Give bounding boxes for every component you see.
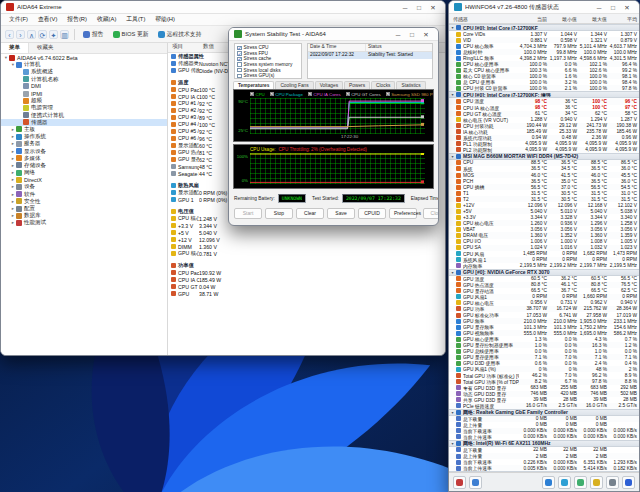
tree-item[interactable]: ▾AIDA64 v6.74.6022 Beta <box>1 54 167 61</box>
aida64-maximize-button[interactable]: □ <box>412 2 426 13</box>
tree-item[interactable]: 传感器 <box>1 119 167 126</box>
hwinfo-sensor-row[interactable]: MOS46.0 °C41.5 °C46.0 °C45.5 °C <box>449 172 639 178</box>
hwinfo-maximize-button[interactable]: □ <box>606 2 620 13</box>
tree-item[interactable]: DMI <box>1 83 167 90</box>
bios-update-button[interactable]: BIOS 更新 <box>110 29 152 40</box>
sst-titlebar[interactable]: System Stability Test - AIDA64 ─□✕ <box>229 28 438 41</box>
checkbox-icon[interactable] <box>237 57 242 62</box>
tree-item[interactable]: ▸多媒体 <box>1 155 167 162</box>
hwinfo-sensor-row[interactable]: Core VIDs1.307 V1.044 V1.344 V1.307 V <box>449 31 639 37</box>
hwinfo-column-2[interactable]: 最小值 <box>549 16 579 22</box>
tree-item[interactable]: 超频 <box>1 97 167 104</box>
tree-item[interactable]: ▸网络 <box>1 169 167 176</box>
save-button[interactable]: Save <box>327 208 355 219</box>
clear-button[interactable]: Clear <box>296 208 324 219</box>
hwinfo-sensor-row[interactable]: T231.5 °C30.5 °C31.5 °C31.5 °C <box>449 196 639 202</box>
log-row[interactable]: 2022/09/07 17:22:32Stability Test: Start… <box>308 52 432 59</box>
tree-item[interactable]: ▸安全性 <box>1 198 167 205</box>
hwinfo-sensor-row[interactable]: CPU I/O1.006 V1.000 V1.008 V1.005 V <box>449 239 639 245</box>
hwinfo-sensor-row[interactable]: CPU 插槽56.5 °C37.0 °C56.5 °C54.5 °C <box>449 184 639 190</box>
aida64-minimize-button[interactable]: ─ <box>398 2 412 13</box>
hwinfo-column-1[interactable]: 当前 <box>519 16 549 22</box>
hwinfo-minimize-button[interactable]: ─ <box>592 2 606 13</box>
sensor-group-header[interactable]: ▾网络: Realtek Gaming GbE Family Controlle… <box>449 409 639 416</box>
tree-item[interactable]: 便携式计算机 <box>1 112 167 119</box>
tree-item[interactable]: ▸设备 <box>1 183 167 190</box>
tab-temperatures[interactable]: Temperatures <box>233 81 274 89</box>
hwinfo-sensor-row[interactable]: +5V5.040 V5.010 V5.040 V5.038 V <box>449 208 639 214</box>
log-column-datetime[interactable]: Date & Time <box>308 44 366 51</box>
tree-item[interactable]: ▸软件 <box>1 191 167 198</box>
sidebar-tab-1[interactable]: 菜单 <box>1 43 29 53</box>
tab-powers[interactable]: Powers <box>344 81 370 89</box>
sensor-group-header[interactable]: ▾MSI MAG B660M MORTAR WIFI DDR4 (MS-7D42… <box>449 153 639 160</box>
tab-cooling-fans[interactable]: Cooling Fans <box>275 81 313 89</box>
up-icon[interactable]: ∧ <box>27 30 36 39</box>
menu-item[interactable]: 收藏(A) <box>93 14 120 25</box>
aida64-titlebar[interactable]: AIDA64 Extreme ─□✕ <box>1 1 445 14</box>
tree-item[interactable]: ▸主板 <box>1 126 167 133</box>
checkbox-icon[interactable] <box>237 51 242 56</box>
stop-button[interactable]: Stop <box>265 208 293 219</box>
refresh-icon[interactable]: ⟳ <box>38 30 47 39</box>
share-button[interactable] <box>558 476 571 489</box>
hwinfo-sensor-row[interactable]: 当前上传速率0.000 KB/s0.000 KB/s0.000 KB/s0.00… <box>449 434 639 440</box>
menu-item[interactable]: 报告(R) <box>63 14 91 25</box>
legend-checkbox-icon[interactable] <box>270 92 274 96</box>
checkbox-icon[interactable] <box>237 62 242 67</box>
hwinfo-column-0[interactable]: 传感器 <box>449 16 519 22</box>
legend-item[interactable]: CPU Package <box>270 92 303 97</box>
group-collapse-icon[interactable]: ▾ <box>449 92 456 97</box>
tree-item[interactable]: 计算机名称 <box>1 76 167 83</box>
column-item[interactable]: 项目 <box>168 43 203 52</box>
hwinfo-sensor-row[interactable]: 内存频率2,199.5 MHz2,199.2 MHz2,199.7 MHz2,1… <box>449 263 639 269</box>
checkbox-icon[interactable] <box>237 46 242 51</box>
tree-item[interactable]: ▸DirectX <box>1 176 167 183</box>
sensor-group-header[interactable]: ▾CPU [#0]: Intel Core i7-12700KF: 增强 <box>449 91 639 98</box>
tree-item[interactable]: ▸存储设备 <box>1 162 167 169</box>
tree-item[interactable]: 系统概述 <box>1 68 167 75</box>
hwinfo-sensor-row[interactable]: PL2 功耗限制4,095.9 W4,095.9 W4,095.9 W4,095… <box>449 147 639 153</box>
tree-item[interactable]: IPMI <box>1 90 167 97</box>
sensor-row[interactable]: CPU GT Cores0.04 W <box>168 283 445 290</box>
group-collapse-icon[interactable]: ▾ <box>449 441 456 446</box>
sst-maximize-button[interactable]: □ <box>405 29 419 40</box>
logging-pause-button[interactable] <box>469 476 482 489</box>
reset-minmax-clock-button[interactable] <box>574 476 587 489</box>
hwinfo-column-3[interactable]: 最大值 <box>579 16 609 22</box>
tree-item[interactable]: 电源管理 <box>1 104 167 111</box>
tree-item[interactable]: ▸显示设备 <box>1 147 167 154</box>
tree-item[interactable]: ▾计算机 <box>1 61 167 68</box>
close-button[interactable] <box>622 476 635 489</box>
hwinfo-sensor-row[interactable]: CPU 核心电压1.260 V0.936 V1.296 V1.258 V <box>449 220 639 226</box>
tab-statistics[interactable]: Statistics <box>396 81 425 89</box>
group-collapse-icon[interactable]: ▾ <box>449 410 456 415</box>
menu-item[interactable]: 帮助(H) <box>151 14 179 25</box>
stress-item[interactable]: Stress system memory <box>237 62 299 68</box>
cpuid-button[interactable]: CPUID <box>358 208 386 219</box>
forward-icon[interactable]: › <box>16 30 25 39</box>
legend-item[interactable]: CPU GT Cores <box>346 92 381 97</box>
tree-item[interactable]: ▸性能测试 <box>1 219 167 226</box>
sensor-group-header[interactable]: ▾CPU [#0]: Intel Core i7-12700KF <box>449 24 639 31</box>
hwinfo-sensor-row[interactable]: PCIe 链路速度16.0 GT/s2.5 GT/s16.0 GT/s2.5 G… <box>449 403 639 409</box>
group-collapse-icon[interactable]: ▾ <box>449 25 456 30</box>
logging-start-button[interactable] <box>453 476 466 489</box>
hwinfo-sensor-row[interactable]: T131.5 °C30.5 °C31.5 °C31.0 °C <box>449 190 639 196</box>
sst-minimize-button[interactable]: ─ <box>391 29 405 40</box>
group-collapse-icon[interactable]: ▾ <box>449 154 456 159</box>
tab-voltages[interactable]: Voltages <box>315 81 343 89</box>
sensor-group-header[interactable]: ▾网络: Intel(R) Wi-Fi 6E AX211 160MHz <box>449 440 639 447</box>
hwinfo-sensor-row[interactable]: 系统36.5 °C34.5 °C36.5 °C36.0 °C <box>449 166 639 172</box>
sensor-row[interactable]: CPU Package190.92 W <box>168 269 445 276</box>
close-test-button[interactable]: Close <box>423 208 439 219</box>
sst-close-button[interactable]: ✕ <box>419 29 433 40</box>
legend-checkbox-icon[interactable] <box>250 92 254 96</box>
legend-checkbox-icon[interactable] <box>386 92 390 96</box>
preferences-button[interactable]: Preferences <box>389 208 417 219</box>
stress-item[interactable]: Stress GPU(s) <box>237 73 299 79</box>
favorites-icon[interactable]: ✦ <box>49 30 58 39</box>
hwinfo-sensor-row[interactable]: DRAM 电压1.360 V1.352 V1.360 V1.359 V <box>449 232 639 238</box>
sensor-section-header[interactable]: 功率值 <box>168 262 445 269</box>
log-column-status[interactable]: Status <box>366 44 432 51</box>
